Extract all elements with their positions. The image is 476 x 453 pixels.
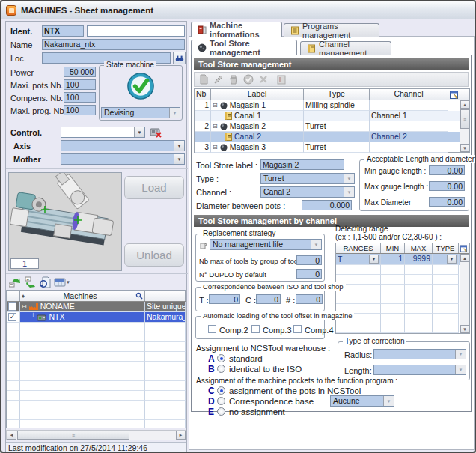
scroll-down-icon[interactable]: ▼ — [460, 144, 469, 152]
column-options-icon[interactable] — [459, 243, 469, 253]
title-bar[interactable]: MACHINES - Sheet management — [1, 1, 475, 19]
store-row-magasin3[interactable]: 3 ⊟Magasin 3 Turret — [195, 142, 469, 153]
tab-programs-management[interactable]: Programs management — [284, 23, 379, 37]
comp4-checkbox[interactable] — [293, 325, 302, 333]
axis-label: Axis — [13, 142, 31, 151]
axis-select[interactable]: ▼ — [61, 140, 185, 151]
mother-select[interactable]: ▼ — [61, 153, 185, 165]
collapse-node-icon[interactable]: ⊟ — [213, 100, 218, 110]
noname-checkbox[interactable] — [8, 302, 16, 311]
max-gauge-field[interactable]: 0.00 — [429, 181, 465, 191]
name-field[interactable]: Nakamura_ntx — [42, 39, 185, 50]
load-button[interactable]: Load — [124, 176, 184, 199]
ident-field[interactable]: NTX — [42, 25, 84, 37]
collapse-all-icon[interactable]: − — [9, 276, 21, 288]
power-field[interactable]: 50 000 — [64, 67, 96, 77]
machines-row-noname[interactable]: ⊟ NONAME Site unique — [7, 302, 186, 312]
detect-header[interactable]: RANGES MIN MAX TYPE — [336, 243, 469, 254]
report-icon[interactable] — [275, 73, 288, 86]
validate-icon[interactable] — [242, 73, 255, 86]
correspondence-base-select[interactable]: Aucune ▼ — [330, 395, 394, 407]
collapse-node-icon[interactable]: ⊟ — [213, 121, 218, 131]
preview-page-indicator[interactable]: 1 — [10, 258, 39, 269]
type-select[interactable]: Turret ▼ — [260, 173, 355, 184]
control-select[interactable]: ▼ — [61, 127, 145, 138]
control-machine-icon[interactable] — [150, 126, 162, 138]
chevron-down-icon: ▼ — [383, 396, 394, 406]
tab-machine-informations[interactable]: Machine informations — [191, 22, 282, 37]
strategy-value: No management life — [210, 240, 311, 249]
tab-channel-management[interactable]: Channel management — [300, 41, 391, 55]
col-max: MAX — [405, 243, 433, 253]
min-gauge-field[interactable]: 0.00 — [429, 165, 465, 175]
edit-store-icon[interactable] — [212, 73, 225, 86]
nb-max-tools-field[interactable]: 0 — [296, 255, 322, 265]
scroll-down-icon[interactable]: ▼ — [460, 325, 469, 333]
tool-store-vscrollbar[interactable]: ▲ ≡ ▼ — [460, 100, 469, 152]
view-mode-icon[interactable]: ▼ — [54, 276, 70, 288]
max-pots-field[interactable]: 100 — [64, 79, 96, 90]
machines-row-ntx[interactable]: ✓ └ NTX Nakamura_ntx — [7, 312, 186, 323]
column-options-icon[interactable] — [448, 89, 460, 100]
replacement-group: Replacement strategy No management life … — [195, 234, 325, 282]
delete-store-icon[interactable] — [227, 73, 240, 86]
store-row-magasin2[interactable]: 2 ⊟Magasin 2 Turret — [195, 121, 469, 132]
max-prog-field[interactable]: 100 — [64, 105, 96, 115]
option-e-key: E — [208, 407, 214, 417]
correspondence-base-value: Aucune — [331, 396, 383, 406]
radius-select[interactable]: ▼ — [373, 349, 466, 359]
comp2-checkbox[interactable] — [208, 325, 216, 333]
state-machine-select[interactable]: Devising ▼ — [101, 107, 180, 118]
comp3-checkbox[interactable] — [251, 325, 260, 333]
option-c-radio[interactable] — [217, 386, 225, 395]
tool-store-label-field[interactable]: Magasin 2 — [260, 159, 344, 170]
new-store-icon[interactable] — [197, 73, 210, 86]
chevron-down-icon[interactable]: ▼ — [447, 255, 457, 264]
scroll-up-icon[interactable]: ▲ — [460, 100, 469, 109]
unload-button[interactable]: Unload — [124, 243, 184, 267]
machines-grid: ♦ Machines ⊟ NONAME Site unique ✓ — [6, 290, 186, 428]
store-row-canal2-selected[interactable]: Canal 2 Channel 2 — [195, 132, 469, 142]
search-doc-icon[interactable] — [39, 276, 51, 288]
max-diameter-field[interactable]: 0.00 — [429, 197, 465, 207]
detect-row-selected[interactable]: T ▼ 1 9999 ▼ — [336, 254, 469, 265]
diameter-field[interactable]: 0.000 — [302, 200, 352, 210]
col-type: Type — [304, 89, 370, 100]
cancel-icon[interactable] — [257, 73, 270, 86]
machines-hscrollbar[interactable]: ◄ ► ≡ — [6, 430, 186, 440]
option-e-radio[interactable] — [217, 407, 225, 416]
collapse-node-icon[interactable]: ⊟ — [22, 302, 27, 311]
store-row-canal1[interactable]: Canal 1 Channel 1 — [195, 111, 469, 121]
vscroll-thumb[interactable]: ≡ — [460, 109, 469, 129]
option-d-radio[interactable] — [217, 397, 225, 405]
search-icon[interactable] — [135, 292, 143, 300]
option-b-radio[interactable] — [217, 365, 225, 373]
channel-label: Channel : — [196, 188, 231, 197]
detect-vscrollbar[interactable]: ▲ ▼ — [460, 254, 469, 333]
corr-hash-field[interactable]: 0 — [296, 294, 323, 304]
compens-field[interactable]: 100 — [64, 92, 96, 103]
scroll-up-icon[interactable]: ▲ — [460, 254, 469, 262]
tool-store-table-header[interactable]: Nb Label Type Channel — [195, 89, 469, 100]
length-select[interactable]: ▼ — [373, 365, 466, 375]
channel-select[interactable]: Canal 2 ▼ — [260, 186, 355, 198]
strategy-select[interactable]: No management life ▼ — [210, 239, 322, 250]
ntx-checkbox[interactable]: ✓ — [8, 313, 16, 321]
hscroll-thumb[interactable]: ≡ — [17, 431, 129, 440]
scroll-right-icon[interactable]: ► — [176, 431, 186, 440]
find-location-button[interactable] — [173, 52, 186, 64]
tool-store-content: Tool Store management Nb Label Type Chan… — [191, 55, 472, 412]
corr-c-field[interactable]: 0 — [256, 294, 281, 304]
option-a-radio[interactable] — [217, 354, 225, 362]
chevron-down-icon[interactable]: ▼ — [369, 255, 379, 264]
machine-preview-image[interactable]: 1 — [8, 172, 122, 271]
machines-grid-header[interactable]: ♦ Machines — [7, 291, 186, 302]
duplo-field[interactable]: 0 — [296, 269, 322, 279]
store-row-magasin1[interactable]: 1 ⊟Magasin 1 Milling spindle — [195, 100, 469, 111]
scroll-left-icon[interactable]: ◄ — [7, 431, 16, 440]
collapse-node-icon[interactable]: ⊟ — [213, 142, 218, 152]
ident-secondary-field[interactable] — [87, 25, 185, 37]
expand-all-icon[interactable]: + — [24, 276, 36, 288]
tab-tool-store-management[interactable]: Tool Store management — [191, 40, 297, 55]
corr-t-field[interactable]: 0 — [209, 294, 240, 304]
